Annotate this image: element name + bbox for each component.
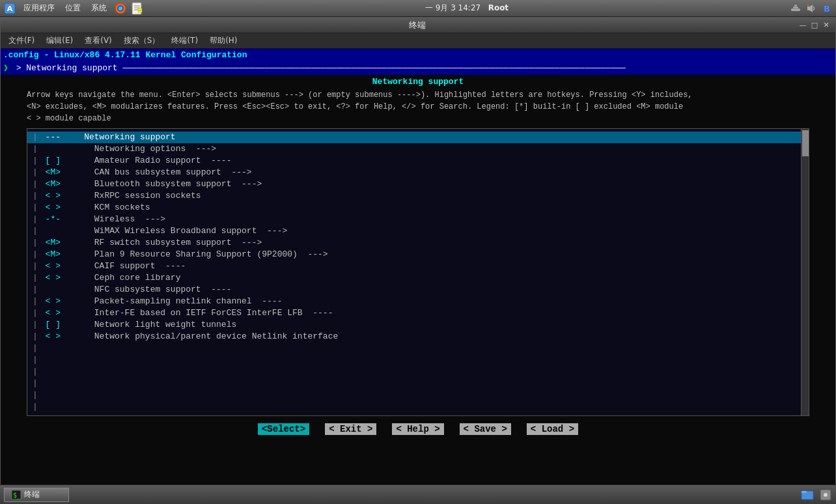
scrollbar[interactable] (801, 129, 809, 415)
menu-row[interactable]: | (27, 389, 809, 401)
menu-row[interactable]: | --- Networking support (27, 132, 809, 143)
menu-row[interactable]: | <M> Plan 9 Resource Sharing Support (9… (27, 249, 809, 260)
menu-row[interactable]: | <M> Bluetooth subsystem support ---> (27, 178, 809, 190)
terminal-window: 终端 — □ ✕ 文件(F) 编辑(E) 查看(V) 搜索（S） 终端(T) 帮… (0, 17, 836, 504)
menu-row[interactable]: | < > KCM sockets (27, 202, 809, 214)
app-icon[interactable]: A (3, 1, 17, 16)
terminal-titlebar: 终端 — □ ✕ (1, 18, 835, 33)
menu-edit[interactable]: 编辑(E) (41, 34, 78, 48)
menu-row[interactable]: | (27, 378, 809, 389)
menu-row[interactable]: | (27, 354, 809, 366)
close-button[interactable]: ✕ (821, 20, 831, 31)
bottom-buttons: <Select>< Exit >< Help >< Save >< Load > (1, 419, 835, 438)
menu-file[interactable]: 文件(F) (3, 34, 40, 48)
svg-rect-12 (793, 7, 798, 8)
kconfig-button-2[interactable]: < Help > (392, 424, 443, 434)
kconfig-button-3[interactable]: < Save > (460, 424, 511, 434)
menu-row[interactable]: | <M> CAN bus subsystem support ---> (27, 167, 809, 178)
menu-box: | --- Networking support| Networking opt… (27, 128, 809, 416)
help-text: Arrow keys navigate the menu. <Enter> se… (1, 88, 835, 126)
menu-row[interactable]: | < > Network physical/parent device Net… (27, 331, 809, 343)
taskbar-terminal-button[interactable]: $_ 终端 (4, 488, 69, 502)
svg-point-4 (118, 7, 122, 10)
svg-point-23 (824, 493, 828, 497)
menu-row[interactable]: | Networking options ---> (27, 143, 809, 155)
bluetooth-icon[interactable]: B (820, 2, 833, 15)
svg-rect-21 (801, 491, 807, 493)
breadcrumb-sub: ❯ > Networking support ―――――――――――――――――… (1, 62, 835, 75)
terminal-content: .config - Linux/x86 4.17.11 Kernel Confi… (1, 49, 835, 503)
menu-search[interactable]: 搜索（S） (118, 34, 165, 48)
minimize-button[interactable]: — (798, 20, 808, 31)
svg-text:$_: $_ (13, 492, 21, 499)
kconfig-button-4[interactable]: < Load > (527, 424, 578, 434)
taskbar-left: A 应用程序 位置 系统 (3, 1, 145, 16)
scrollbar-thumb[interactable] (802, 130, 809, 156)
taskbar-datetime: 一 9月 3 14:27 Root (425, 3, 509, 14)
breadcrumb-config: .config - Linux/x86 4.17.11 Kernel Confi… (1, 49, 835, 62)
network-icon[interactable] (789, 2, 802, 15)
menu-terminal[interactable]: 终端(T) (166, 34, 203, 48)
menu-row[interactable]: | <M> RF switch subsystem support ---> (27, 237, 809, 249)
menu-row[interactable]: | < > Ceph core library (27, 272, 809, 284)
menu-row[interactable]: | < > Packet-sampling netlink channel --… (27, 296, 809, 307)
text-editor-icon[interactable] (130, 1, 145, 16)
menu-help[interactable]: 帮助(H) (204, 34, 242, 48)
volume-icon[interactable] (805, 2, 818, 15)
menu-row[interactable]: | (27, 343, 809, 354)
kconfig-title: Networking support (1, 75, 835, 88)
menu-row[interactable]: | (27, 366, 809, 378)
maximize-button[interactable]: □ (809, 20, 820, 31)
window-controls[interactable]: — □ ✕ (798, 20, 831, 31)
menu-row[interactable]: | < > RxRPC session sockets (27, 190, 809, 202)
menu-places[interactable]: 位置 (61, 1, 85, 15)
menu-row[interactable]: | [ ] Amateur Radio support ---- (27, 155, 809, 167)
svg-text:B: B (824, 4, 830, 14)
taskbar-bottom: $_ 终端 (0, 484, 836, 504)
svg-rect-13 (794, 5, 797, 7)
menu-view[interactable]: 查看(V) (79, 34, 117, 48)
menu-row[interactable]: | NFC subsystem support ---- (27, 284, 809, 296)
svg-text:A: A (7, 5, 13, 13)
terminal-title: 终端 (37, 20, 798, 31)
terminal-menubar: 文件(F) 编辑(E) 查看(V) 搜索（S） 终端(T) 帮助(H) (1, 33, 835, 49)
kconfig-button-0[interactable]: <Select> (258, 424, 309, 434)
svg-rect-11 (791, 8, 800, 11)
taskbar-filemanager-icon[interactable] (801, 488, 814, 501)
menu-row[interactable]: | [ ] Network light weight tunnels (27, 319, 809, 331)
taskbar-right: B (789, 2, 833, 15)
menu-row[interactable]: | -*- Wireless ---> (27, 214, 809, 225)
menu-row[interactable]: | (27, 401, 809, 413)
firefox-icon[interactable] (113, 1, 128, 16)
menu-row[interactable]: | WiMAX Wireless Broadband support ---> (27, 225, 809, 237)
taskbar-settings-icon[interactable] (819, 488, 832, 501)
menu-row[interactable]: | < > Inter-FE based on IETF ForCES Inte… (27, 307, 809, 319)
menu-items-container: | --- Networking support| Networking opt… (27, 129, 809, 415)
menu-system[interactable]: 系统 (87, 1, 111, 15)
menu-row[interactable]: | < > CAIF support ---- (27, 260, 809, 272)
kconfig-button-1[interactable]: < Exit > (325, 424, 376, 434)
taskbar-sys-right (801, 488, 832, 501)
taskbar-top: A 应用程序 位置 系统 一 9月 3 14:27 (0, 0, 836, 17)
menu-apps[interactable]: 应用程序 (20, 1, 59, 15)
